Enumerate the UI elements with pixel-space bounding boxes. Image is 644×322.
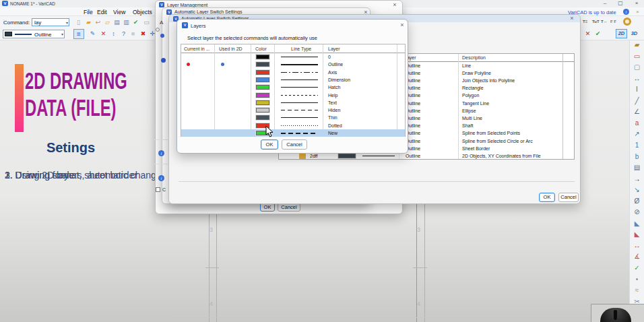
- menu-item-edit[interactable]: Edit: [97, 9, 107, 15]
- diameter-icon[interactable]: Ø: [630, 197, 644, 206]
- leader-a-icon[interactable]: a: [630, 119, 644, 128]
- color-swatch[interactable]: [256, 100, 269, 105]
- color-swatch[interactable]: [256, 93, 269, 98]
- leader-b-icon[interactable]: b: [630, 152, 644, 162]
- menu-item-objects[interactable]: Objects: [133, 9, 152, 15]
- table-row[interactable]: Thin: [181, 114, 405, 121]
- radius-icon[interactable]: ∡: [630, 252, 644, 261]
- layer-move-icon[interactable]: ↕: [109, 30, 118, 38]
- arrow-right-icon[interactable]: →: [630, 174, 644, 184]
- ibeam-icon[interactable]: I: [630, 85, 644, 94]
- mode-2d-button[interactable]: 2D: [616, 29, 627, 38]
- chevron-down-icon[interactable]: ▾: [66, 20, 68, 25]
- donut-icon[interactable]: [623, 18, 631, 26]
- leader-1-icon[interactable]: 1: [630, 141, 644, 150]
- column-header[interactable]: Current in ...: [184, 46, 210, 51]
- chamfer-red-icon[interactable]: ◣: [630, 230, 644, 239]
- column-header[interactable]: Description: [462, 55, 486, 60]
- import-icon[interactable]: ↩: [94, 18, 102, 27]
- export-folder-icon[interactable]: ▰: [630, 40, 644, 50]
- color-swatch[interactable]: [256, 108, 269, 112]
- table-row[interactable]: Dotted: [181, 122, 405, 129]
- maximize-button[interactable]: ▢: [615, 0, 626, 7]
- ok-button[interactable]: OK: [539, 193, 555, 202]
- dismiss-update-icon[interactable]: ×: [636, 9, 639, 15]
- line-style-combo[interactable]: Outline ▾: [3, 30, 65, 38]
- column-header[interactable]: Used in 2D: [219, 46, 243, 51]
- save-icon[interactable]: ▤: [112, 18, 121, 27]
- radio-icon[interactable]: [156, 28, 160, 32]
- command-input[interactable]: lay ▾: [32, 18, 69, 26]
- checkbox[interactable]: [156, 187, 160, 192]
- column-header[interactable]: Layer: [328, 46, 340, 51]
- new-document-icon[interactable]: ▯: [74, 18, 83, 27]
- folder-check-icon[interactable]: ✔: [131, 18, 140, 27]
- table-row[interactable]: Outline: [181, 61, 405, 68]
- color-swatch[interactable]: [256, 55, 269, 59]
- layer-edit-icon[interactable]: ✎: [88, 30, 97, 38]
- table-row[interactable]: Help: [181, 92, 405, 99]
- chamfer-blue-icon[interactable]: ◣: [630, 219, 644, 228]
- dim-delete-icon[interactable]: ✕: [583, 30, 592, 38]
- dim-diagonal-icon[interactable]: ↘: [630, 185, 644, 195]
- color-swatch[interactable]: [256, 62, 269, 67]
- dot-icon[interactable]: •: [630, 275, 644, 284]
- minimize-button[interactable]: –: [600, 0, 610, 7]
- table-row[interactable]: Axis: [181, 69, 405, 76]
- open-folder-icon[interactable]: ▰: [84, 18, 93, 27]
- info-icon[interactable]: i: [623, 9, 629, 15]
- mode-3d-button[interactable]: 3D: [629, 29, 640, 38]
- dialog-title-bar[interactable]: V Layers ×: [177, 20, 408, 30]
- cancel-button[interactable]: Cancel: [558, 193, 579, 202]
- menu-item-file[interactable]: File: [84, 9, 93, 15]
- save-as-icon[interactable]: ▥: [122, 18, 131, 27]
- info-icon[interactable]: i: [158, 175, 164, 181]
- select-region-icon[interactable]: ▢: [630, 63, 644, 72]
- close-icon[interactable]: ×: [398, 22, 406, 28]
- ok-button[interactable]: OK: [261, 139, 278, 150]
- close-icon[interactable]: ×: [391, 1, 399, 8]
- chevron-down-icon[interactable]: ▾: [61, 32, 63, 36]
- color-swatch[interactable]: [256, 77, 269, 82]
- layer-rename-icon[interactable]: ?: [119, 30, 128, 38]
- table-row[interactable]: Hatch: [181, 84, 405, 91]
- column-header[interactable]: Color: [255, 46, 267, 51]
- print-icon[interactable]: ▭: [142, 18, 151, 27]
- close-icon[interactable]: ×: [568, 15, 576, 22]
- color-swatch[interactable]: [256, 70, 269, 75]
- dim-diameter-icon[interactable]: ⊘: [630, 207, 644, 217]
- info-icon[interactable]: i: [158, 150, 164, 156]
- table-row[interactable]: Dimension: [181, 76, 405, 84]
- rect-outline-icon[interactable]: ▭: [630, 52, 644, 61]
- table-row[interactable]: ~2dffOutline2D Objects, XY Coordinates f…: [279, 152, 574, 160]
- angle-icon[interactable]: ∠: [630, 107, 644, 117]
- font-icon[interactable]: F F: [610, 20, 616, 24]
- color-swatch[interactable]: [256, 115, 269, 120]
- delete-icon[interactable]: ✖: [139, 30, 148, 38]
- blank-icon[interactable]: ■: [129, 30, 137, 38]
- table-row[interactable]: 0: [181, 53, 405, 61]
- check-leader-icon[interactable]: ✓: [630, 263, 644, 273]
- text-paragraph-icon[interactable]: T≡: [583, 20, 587, 24]
- text-height-icon[interactable]: TuT: [592, 20, 600, 24]
- layer-delete-icon[interactable]: ✕: [99, 30, 108, 38]
- line-sample: [281, 117, 318, 118]
- dim-red-icon[interactable]: ↔: [630, 241, 644, 251]
- label-frame-icon[interactable]: ▤: [630, 163, 644, 172]
- table-row[interactable]: Hiden: [181, 106, 405, 114]
- dim-check-icon[interactable]: ✔: [593, 30, 602, 38]
- line-point-icon[interactable]: ╱: [630, 96, 644, 106]
- cancel-button[interactable]: Cancel: [282, 139, 307, 150]
- layers-button[interactable]: ≡: [73, 29, 84, 39]
- close-button[interactable]: ×: [631, 0, 642, 7]
- table-row[interactable]: New: [181, 129, 405, 137]
- column-header[interactable]: Line Type: [291, 46, 311, 51]
- dim-bracket-icon[interactable]: ↔: [630, 74, 644, 84]
- text-width-icon[interactable]: T↔: [601, 20, 608, 24]
- leader-arrow-icon[interactable]: ↗: [630, 129, 644, 139]
- export-folder-icon[interactable]: ▱: [103, 18, 112, 27]
- spline-icon[interactable]: ≈: [630, 286, 644, 295]
- menu-item-view[interactable]: View: [113, 9, 125, 15]
- color-swatch[interactable]: [256, 85, 269, 90]
- table-row[interactable]: Text: [181, 99, 405, 106]
